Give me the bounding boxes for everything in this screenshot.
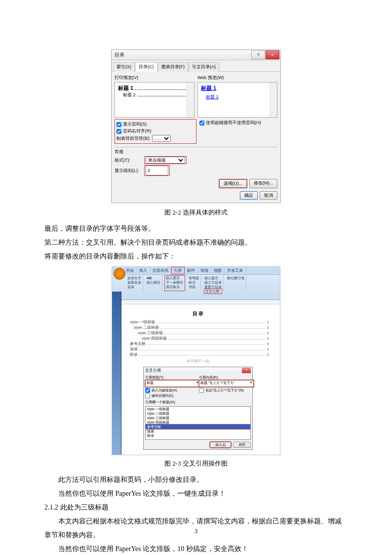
- office-button-icon[interactable]: [114, 268, 125, 280]
- crossref-list-item[interactable]: 参考文献: [146, 425, 250, 429]
- ref-type-select[interactable]: 标题▾: [145, 380, 200, 387]
- toc-dialog: 目录 ? × 索引(X) 目录(C) 图表目录(F) 引文目录(A) 打印预览(…: [111, 49, 281, 203]
- use-hyperlinks-label: 使用超链接而不使用页码(H): [206, 120, 261, 126]
- cross-reference-button[interactable]: 交叉引用: [204, 289, 222, 294]
- ribbon-tabs: 开始 插入 页面布局 引用 邮件 审阅 视图 开发工具: [112, 267, 280, 275]
- right-align-checkbox[interactable]: [117, 129, 121, 134]
- footnote-ab-icon[interactable]: AB: [147, 276, 160, 280]
- tab-toc[interactable]: 目录(C): [135, 62, 157, 72]
- right-align-label: 页码右对齐(R): [123, 128, 152, 134]
- close-button[interactable]: 关闭: [233, 442, 251, 448]
- section-break: 分节符(下一页): [127, 359, 269, 364]
- insert-table-figures[interactable]: 插入节目录: [204, 280, 222, 285]
- ribbon-tab-developer[interactable]: 开发工具: [225, 267, 246, 274]
- ribbon-update-toc[interactable]: 更新目录: [127, 280, 141, 285]
- divider: [115, 147, 277, 147]
- crossref-dialog: 交叉引用 × 引用类型(T): 标题▾ 插入为超链接(H) 编号分隔符(S): [143, 367, 253, 450]
- ribbon-tab-mailings[interactable]: 邮件: [185, 267, 198, 274]
- crossref-list-item[interactable]: style-三级标题: [146, 416, 250, 420]
- crossref-list-item[interactable]: style-二级标题: [146, 411, 250, 416]
- tab-leader-select[interactable]: ......: [152, 135, 171, 142]
- cancel-button[interactable]: 取消: [260, 191, 277, 200]
- close-icon[interactable]: ×: [242, 368, 251, 373]
- ribbon-body: 添加文字 更新目录 目录 AB 插入脚注 插入尾注 下一条脚注 显示备注 管理源…: [112, 275, 280, 300]
- show-notes[interactable]: 显示备注: [166, 285, 183, 289]
- ribbon-group-footnote-btns: 插入尾注 下一条脚注 显示备注: [164, 275, 185, 292]
- close-icon[interactable]: ×: [266, 50, 279, 59]
- web-preview-column: Web 预览(W) 标题 1 标题 2: [197, 75, 277, 118]
- ribbon-mark-entry[interactable]: 标记索引项: [227, 276, 244, 280]
- options-button[interactable]: 选项(O)...: [219, 179, 247, 188]
- use-hyperlinks-checkbox[interactable]: [199, 121, 204, 126]
- ribbon-group-index: 标记索引项: [226, 275, 246, 292]
- dialog-tabs: 索引(X) 目录(C) 图表目录(F) 引文目录(A): [112, 60, 280, 72]
- ref-content-label: 引用内容(R):: [199, 375, 251, 380]
- web-preview-h2[interactable]: 标题 2: [206, 94, 219, 99]
- web-options: 使用超链接而不使用页码(H): [199, 119, 277, 144]
- crossref-item-list[interactable]: style-一级标题 style-二级标题 style-三级标题 style-四…: [145, 406, 251, 440]
- dialog-body: 打印预览(V) 标题 1 1 标题 2 3: [112, 72, 280, 203]
- scrollbar[interactable]: [270, 83, 277, 117]
- crossref-title: 交叉引用: [145, 368, 161, 373]
- ribbon-add-text[interactable]: 添加文字: [127, 276, 141, 280]
- leader-dots: [135, 89, 187, 90]
- doc-toc-line: style-一级标题1: [130, 319, 269, 325]
- num-separator-checkbox[interactable]: [145, 393, 150, 398]
- ribbon-tab-layout[interactable]: 页面布局: [150, 267, 171, 274]
- preview-h1: 标题 1: [118, 85, 133, 92]
- ribbon-style[interactable]: 样式: [189, 280, 199, 285]
- document-area: 目 录 style-一级标题1style-二级标题1style-三级标题1sty…: [112, 304, 280, 455]
- crossref-list-item[interactable]: style-一级标题: [146, 407, 250, 411]
- preview-h2: 标题 2: [123, 92, 136, 98]
- doc-toc-line: 参考文献1: [130, 341, 269, 346]
- modify-button[interactable]: 修改(M)...: [249, 179, 277, 188]
- crossref-list-item[interactable]: style-四级标题: [146, 420, 250, 425]
- tab-figures[interactable]: 图表目录(F): [158, 62, 189, 72]
- insert-button[interactable]: 插入(I): [210, 442, 231, 448]
- show-page-numbers-checkbox[interactable]: [117, 122, 121, 127]
- next-footnote[interactable]: 下一条脚注: [166, 280, 183, 285]
- ribbon-tab-insert[interactable]: 插入: [137, 267, 150, 274]
- show-levels-label: 显示级别(L):: [115, 168, 142, 174]
- paragraph: 第二种方法：交叉引用。解决个别目录页码或者标题不准确的问题。: [44, 236, 348, 250]
- insert-footnote[interactable]: 插入脚注: [147, 280, 160, 285]
- heading-2-1-2: 2.1.2 此处为三级标题: [44, 501, 348, 514]
- print-preview-column: 打印预览(V) 标题 1 1 标题 2 3: [115, 75, 195, 118]
- dialog-titlebar: 目录 ? ×: [112, 50, 280, 60]
- ok-button[interactable]: 确定: [240, 191, 258, 200]
- ribbon-biblio[interactable]: 书目: [189, 285, 199, 289]
- show-levels-spinner[interactable]: [146, 166, 168, 175]
- tab-citations[interactable]: 引文目录(A): [189, 62, 219, 72]
- ribbon-tab-view[interactable]: 视图: [211, 267, 225, 274]
- paragraph: 当然你也可以使用 PaperYes 论文排版，10 秒搞定，安全高效！: [44, 542, 348, 555]
- ribbon-tab-review[interactable]: 审阅: [198, 267, 211, 274]
- crossref-list-item[interactable]: 附录: [146, 433, 250, 438]
- include-above-below-checkbox[interactable]: [199, 388, 204, 393]
- print-preview-label: 打印预览(V): [115, 75, 195, 81]
- doc-toc-line: style-二级标题1: [134, 325, 269, 330]
- paragraph: 最后，调整目录的字体字号段落等。: [44, 222, 348, 236]
- manage-sources[interactable]: 管理源: [189, 276, 199, 280]
- insert-as-hyperlink-checkbox[interactable]: [145, 388, 150, 393]
- ribbon-tab-references[interactable]: 引用: [171, 267, 185, 274]
- doc-toc-line: style-四级标题1: [142, 336, 269, 341]
- scrollbar[interactable]: [187, 83, 194, 117]
- figure-2-2-caption: 图 2-2 选择具体的样式: [44, 208, 348, 217]
- figure-2-3-caption: 图 2-3 交叉引用操作图: [44, 459, 348, 468]
- crossref-titlebar: 交叉引用 ×: [144, 367, 252, 374]
- update-table[interactable]: 更新节目录: [204, 285, 222, 289]
- tab-leader-label: 制表符前导符(B):: [117, 135, 151, 142]
- help-icon[interactable]: ?: [251, 50, 265, 59]
- web-preview-h1[interactable]: 标题 1: [201, 85, 216, 91]
- insert-endnote[interactable]: 插入尾注: [166, 276, 183, 280]
- ref-content-select[interactable]: 标题,"见上方"/"见下方"▾: [199, 380, 254, 387]
- include-above-below-label: 包括"见上方"/"见下方"(N): [205, 388, 244, 393]
- ribbon-toc[interactable]: 目录: [127, 285, 141, 289]
- format-select[interactable]: 来自模板: [146, 157, 185, 164]
- ref-type-label: 引用类型(T):: [145, 375, 197, 380]
- nav-pane[interactable]: [112, 292, 121, 455]
- tab-index[interactable]: 索引(X): [113, 62, 135, 72]
- insert-caption[interactable]: 插入题注: [204, 276, 222, 280]
- window-buttons: ? ×: [251, 50, 279, 59]
- crossref-list-item[interactable]: 致谢: [146, 429, 250, 433]
